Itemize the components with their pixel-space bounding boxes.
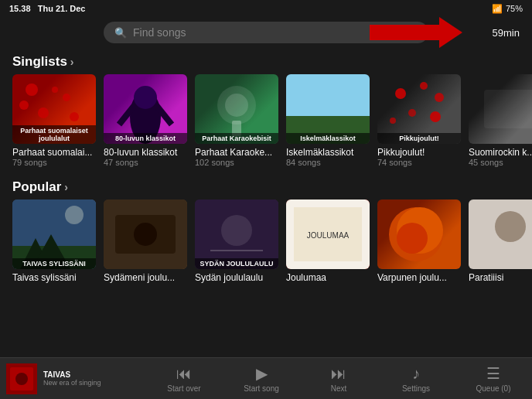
tab-now-playing[interactable]: TAIVAS New era of singing <box>0 358 145 399</box>
svg-point-28 <box>134 223 157 246</box>
status-day: Thu 21. Dec <box>38 4 86 13</box>
next-icon: ⏭ <box>331 365 346 383</box>
svg-point-23 <box>65 206 84 224</box>
list-item[interactable]: Parhaat Karaokebisit Parhaat Karaoke... … <box>195 74 278 167</box>
list-item[interactable]: Suomirockin k... 45 songs <box>469 74 532 167</box>
svg-point-8 <box>134 86 157 109</box>
card-title: Paratiiisi <box>469 272 532 283</box>
card-image <box>104 200 187 269</box>
status-time: 15.38 <box>9 4 31 13</box>
list-item[interactable]: 80-luvun klassikot 80-luvun klassikot 47… <box>104 74 187 167</box>
list-item[interactable]: Iskelmäklassikot Iskelmäklassikot 84 son… <box>286 74 370 167</box>
svg-point-37 <box>397 223 428 254</box>
card-image: Parhaat suomalaiset joululalut <box>12 74 96 144</box>
card-overlay: Iskelmäklassikot <box>286 133 370 144</box>
card-title: Pikkujoulut! <box>377 147 461 158</box>
svg-point-6 <box>52 87 58 93</box>
list-item[interactable]: Parhaat suomalaiset joululalut Parhaat s… <box>12 74 96 167</box>
card-subtitle: 102 songs <box>195 158 278 167</box>
search-bar-container: 🔍 Find songs 59min <box>0 17 532 48</box>
popular-row: TAIVAS SYLISSÄNI Taivas sylissäni Sydäme… <box>0 200 532 283</box>
card-title: Sydän joululaulu <box>195 272 278 283</box>
tab-bar: TAIVAS New era of singing ⏮ Start over ▶… <box>0 357 532 399</box>
card-overlay: TAIVAS SYLISSÄNI <box>12 258 96 269</box>
list-item[interactable]: Varpunen joulu... <box>377 200 461 283</box>
card-title: Suomirockin k... <box>469 147 532 158</box>
svg-point-16 <box>435 93 444 102</box>
list-item[interactable]: SYDÄN JOULULAULU Sydän joululaulu <box>195 200 278 283</box>
svg-rect-21 <box>12 200 96 246</box>
popular-label: Popular <box>12 179 61 195</box>
list-item[interactable]: TAIVAS SYLISSÄNI Taivas sylissäni <box>12 200 96 283</box>
card-image: Parhaat Karaokebisit <box>195 74 278 144</box>
card-title: Parhaat Karaoke... <box>195 147 278 158</box>
card-title: 80-luvun klassikot <box>104 147 187 158</box>
singlists-label: Singlists <box>12 54 67 70</box>
popular-chevron: › <box>64 181 68 193</box>
tab-start-over-label: Start over <box>167 384 200 393</box>
card-title: Parhaat suomalai... <box>12 147 96 158</box>
tab-next[interactable]: ⏭ Next <box>300 358 377 399</box>
start-over-icon: ⏮ <box>176 365 192 383</box>
list-item[interactable]: Sydämeni joulu... <box>104 200 187 283</box>
now-playing-subtitle: New era of singing <box>43 379 101 387</box>
status-time-day: 15.38 Thu 21. Dec <box>9 4 85 13</box>
singlists-header[interactable]: Singlists › <box>0 48 532 74</box>
card-title: Iskelmäklassikot <box>286 147 370 158</box>
card-image: TAIVAS SYLISSÄNI <box>12 200 96 269</box>
popular-header[interactable]: Popular › <box>0 173 532 200</box>
card-image: Iskelmäklassikot <box>286 74 370 144</box>
card-overlay: Parhaat Karaokebisit <box>195 133 278 144</box>
svg-text:JOULUMAA: JOULUMAA <box>307 231 350 240</box>
svg-point-2 <box>19 101 29 110</box>
card-title: Taivas sylissäni <box>12 272 96 283</box>
list-item[interactable]: Paratiiisi <box>469 200 532 283</box>
svg-point-19 <box>390 118 396 124</box>
svg-point-3 <box>38 107 49 118</box>
tab-settings-label: Settings <box>402 384 430 393</box>
list-item[interactable]: Pikkujoulut! Pikkujoulut! 74 songs <box>377 74 461 167</box>
card-title: Sydämeni joulu... <box>104 272 187 283</box>
card-overlay: 80-luvun klassikot <box>104 133 187 144</box>
svg-point-42 <box>15 373 28 385</box>
svg-point-14 <box>395 88 406 99</box>
tab-start-over[interactable]: ⏮ Start over <box>145 358 223 399</box>
singlists-chevron: › <box>70 56 74 68</box>
search-bar[interactable]: 🔍 Find songs <box>104 22 428 43</box>
now-playing-title: TAIVAS <box>43 370 101 379</box>
svg-point-5 <box>70 112 79 121</box>
main-content: Singlists › Parhaat suomalaiset joululal… <box>0 48 532 346</box>
settings-icon: ♪ <box>412 365 420 383</box>
svg-point-15 <box>420 82 428 90</box>
card-image <box>469 200 532 269</box>
card-image: SYDÄN JOULULAULU <box>195 200 278 269</box>
card-title: Joulumaa <box>286 272 370 283</box>
singlists-row: Parhaat suomalaiset joululalut Parhaat s… <box>0 74 532 167</box>
card-image <box>377 200 461 269</box>
wifi-icon: 📶 <box>492 4 503 14</box>
queue-icon: ☰ <box>486 364 500 383</box>
list-item[interactable]: JOULUMAA Joulumaa <box>286 200 370 283</box>
tab-start-song[interactable]: ▶ Start song <box>223 358 300 399</box>
search-icon: 🔍 <box>114 27 127 39</box>
card-image: JOULUMAA <box>286 200 370 269</box>
card-overlay: SYDÄN JOULULAULU <box>195 258 278 269</box>
svg-point-30 <box>221 215 252 246</box>
card-image: 80-luvun klassikot <box>104 74 187 144</box>
svg-point-1 <box>26 84 38 96</box>
card-title: Varpunen joulu... <box>377 272 461 283</box>
card-subtitle: 79 songs <box>12 158 96 167</box>
svg-point-18 <box>430 111 441 122</box>
svg-point-12 <box>225 94 248 117</box>
search-input[interactable]: Find songs <box>133 26 186 39</box>
svg-rect-31 <box>210 250 263 251</box>
tab-queue[interactable]: ☰ Queue (0) <box>455 358 532 399</box>
card-image <box>469 74 532 144</box>
card-image: Pikkujoulut! <box>377 74 461 144</box>
svg-point-39 <box>495 211 526 242</box>
card-subtitle: 47 songs <box>104 158 187 167</box>
card-subtitle: 84 songs <box>286 158 370 167</box>
tab-settings[interactable]: ♪ Settings <box>377 358 455 399</box>
status-bar: 15.38 Thu 21. Dec 📶 75% <box>0 0 532 17</box>
svg-point-4 <box>63 94 70 101</box>
